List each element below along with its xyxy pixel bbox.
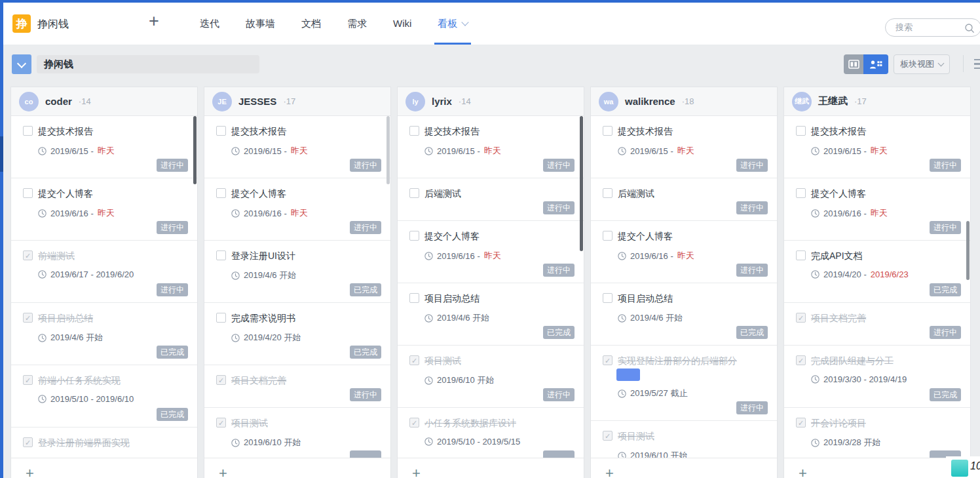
kanban-card[interactable]: 完成API文档2019/4/20 - 2019/6/23已完成 bbox=[784, 241, 970, 303]
card-checkbox[interactable] bbox=[409, 293, 419, 303]
collapse-board-button[interactable] bbox=[12, 54, 31, 74]
kanban-card[interactable]: 后端测试进行中 bbox=[591, 178, 777, 221]
column-owner-name: JESSES bbox=[238, 96, 276, 107]
card-checkbox[interactable]: ✓ bbox=[409, 418, 419, 428]
add-card-button[interactable]: + bbox=[605, 465, 614, 478]
add-card-button[interactable]: + bbox=[26, 465, 34, 478]
kanban-card[interactable]: ✓小任务系统数据库设计2019/5/10 - 2019/5/15 bbox=[398, 408, 584, 458]
kanban-card[interactable]: ✓开会讨论项目2019/3/28 开始 bbox=[784, 408, 970, 458]
card-checkbox[interactable] bbox=[409, 126, 419, 136]
kanban-card[interactable]: 提交技术报告2019/6/15 - 昨天进行中 bbox=[398, 116, 584, 178]
add-card-button[interactable]: + bbox=[412, 465, 421, 478]
due-date-text: 2019/4/6 开始 bbox=[244, 269, 296, 281]
card-title: 提交个人博客 bbox=[424, 230, 480, 242]
card-checkbox[interactable] bbox=[603, 188, 612, 198]
kanban-card[interactable]: ✓项目文档完善进行中 bbox=[204, 365, 390, 408]
view-mode-dropdown[interactable]: 板块视图 bbox=[894, 54, 950, 74]
card-checkbox[interactable] bbox=[796, 126, 806, 136]
kanban-card[interactable]: 提交个人博客2019/6/16 - 昨天进行中 bbox=[784, 178, 970, 241]
kanban-card[interactable]: 项目启动总结2019/4/6 开始已完成 bbox=[591, 283, 777, 346]
card-checkbox[interactable]: ✓ bbox=[796, 418, 806, 428]
annotation-overlay: 10 bbox=[946, 456, 980, 478]
nav-tab[interactable]: Wiki bbox=[393, 3, 411, 45]
kanban-card[interactable]: 后端测试进行中 bbox=[398, 178, 584, 221]
card-checkbox[interactable]: ✓ bbox=[603, 355, 612, 365]
nav-tab[interactable]: 故事墙 bbox=[246, 3, 275, 45]
column-scrollbar-thumb[interactable] bbox=[580, 116, 583, 251]
card-checkbox[interactable]: ✓ bbox=[216, 375, 226, 385]
card-checkbox[interactable] bbox=[603, 293, 612, 303]
card-checkbox[interactable]: ✓ bbox=[409, 355, 419, 365]
kanban-card[interactable]: 提交技术报告2019/6/15 - 昨天进行中 bbox=[204, 116, 390, 178]
search-input[interactable] bbox=[894, 22, 965, 33]
card-checkbox[interactable]: ✓ bbox=[23, 313, 33, 323]
column-scrollbar-thumb[interactable] bbox=[386, 116, 390, 184]
kanban-card[interactable]: ✓实现登陆注册部分的后端部分2019/5/27 截止进行中 bbox=[591, 346, 777, 421]
card-checkbox[interactable] bbox=[603, 231, 612, 241]
nav-tab[interactable]: 需求 bbox=[347, 3, 367, 45]
clock-icon bbox=[811, 209, 820, 218]
due-date: 2019/6/15 - 昨天 bbox=[231, 145, 308, 157]
card-checkbox[interactable] bbox=[796, 188, 806, 198]
card-view-button[interactable] bbox=[844, 54, 863, 74]
card-checkbox[interactable] bbox=[216, 313, 226, 323]
kanban-card[interactable]: 提交技术报告2019/6/15 - 昨天进行中 bbox=[591, 116, 777, 178]
menu-icon[interactable] bbox=[974, 59, 980, 71]
kanban-card[interactable]: 提交个人博客2019/6/16 - 昨天进行中 bbox=[11, 178, 197, 241]
card-checkbox[interactable]: ✓ bbox=[796, 313, 806, 323]
kanban-card[interactable]: 提交个人博客2019/6/16 - 昨天进行中 bbox=[398, 221, 584, 283]
add-card-button[interactable]: + bbox=[799, 465, 807, 478]
card-checkbox[interactable] bbox=[409, 231, 419, 241]
card-checkbox[interactable]: ✓ bbox=[796, 355, 806, 365]
kanban-column: lylyrix·14提交技术报告2019/6/15 - 昨天进行中后端测试进行中… bbox=[397, 87, 584, 478]
card-title-row: ✓前端小任务系统实现 bbox=[11, 365, 197, 386]
card-checkbox[interactable] bbox=[409, 188, 419, 198]
card-checkbox[interactable] bbox=[23, 126, 33, 136]
nav-tab[interactable]: 文档 bbox=[301, 3, 321, 45]
kanban-card[interactable]: ✓项目启动总结2019/4/6 开始已完成 bbox=[11, 303, 197, 365]
people-view-button[interactable] bbox=[863, 54, 888, 74]
card-checkbox[interactable] bbox=[216, 250, 226, 260]
kanban-card[interactable]: ✓完成团队组建与分工2019/3/30 - 2019/4/19已完成 bbox=[784, 346, 970, 408]
kanban-card[interactable]: 项目启动总结2019/4/6 开始已完成 bbox=[398, 283, 584, 346]
kanban-card[interactable]: 提交个人博客2019/6/16 - 昨天进行中 bbox=[591, 221, 777, 283]
card-checkbox[interactable]: ✓ bbox=[23, 437, 33, 447]
card-checkbox[interactable] bbox=[216, 126, 226, 136]
kanban-card[interactable]: 提交技术报告2019/6/15 - 昨天进行中 bbox=[11, 116, 197, 178]
card-checkbox[interactable] bbox=[796, 250, 806, 260]
due-date-text: 2019/4/6 开始 bbox=[437, 312, 489, 324]
kanban-card[interactable]: ✓登录注册前端界面实现 bbox=[11, 428, 197, 458]
kanban-card[interactable]: 提交技术报告2019/6/15 - 昨天进行中 bbox=[784, 116, 970, 178]
search-box[interactable] bbox=[885, 18, 980, 37]
column-scrollbar-thumb[interactable] bbox=[193, 116, 197, 184]
kanban-card[interactable]: 提交个人博客2019/6/16 - 昨天进行中 bbox=[204, 178, 390, 241]
nav-tab[interactable]: 迭代 bbox=[200, 3, 219, 45]
card-checkbox[interactable] bbox=[603, 126, 612, 136]
kanban-card[interactable]: ✓前端小任务系统实现2019/5/10 - 2019/6/10已完成 bbox=[11, 365, 197, 428]
kanban-card[interactable]: ✓前端测试2019/6/17 - 2019/6/20进行中 bbox=[11, 241, 197, 303]
search-icon[interactable] bbox=[964, 23, 975, 33]
add-card-button[interactable]: + bbox=[219, 465, 227, 478]
due-date: 2019/6/10 开始 bbox=[618, 450, 687, 458]
kanban-card[interactable]: ✓项目测试2019/6/10 开始 bbox=[204, 408, 390, 458]
column-owner-name: walikrence bbox=[625, 96, 675, 107]
scrollbar-thumb[interactable] bbox=[0, 136, 3, 172]
kanban-card[interactable]: ✓项目测试2019/6/10 开始进行中 bbox=[398, 346, 584, 408]
card-checkbox[interactable]: ✓ bbox=[603, 431, 612, 441]
card-checkbox[interactable]: ✓ bbox=[216, 418, 226, 428]
due-date-text: 2019/6/16 - bbox=[823, 209, 867, 218]
kanban-card[interactable]: ✓项目测试2019/6/10 开始 bbox=[591, 421, 777, 458]
due-date-text: 2019/4/20 - bbox=[823, 269, 867, 279]
kanban-card[interactable]: 完成需求说明书2019/4/20 开始已完成 bbox=[204, 303, 390, 365]
card-checkbox[interactable]: ✓ bbox=[23, 250, 33, 260]
add-button[interactable]: + bbox=[149, 11, 159, 31]
card-checkbox[interactable] bbox=[23, 188, 33, 198]
card-checkbox[interactable] bbox=[216, 188, 226, 198]
nav-tab[interactable]: 看板 bbox=[438, 3, 468, 45]
column-scrollbar-thumb[interactable] bbox=[966, 221, 970, 280]
kanban-card[interactable]: ✓项目文档完善进行中 bbox=[784, 303, 970, 346]
card-checkbox[interactable]: ✓ bbox=[23, 375, 33, 385]
kanban-card[interactable]: 登录注册UI设计2019/4/6 开始已完成 bbox=[204, 241, 390, 303]
page-scrollbar[interactable] bbox=[0, 3, 3, 478]
clock-icon bbox=[811, 270, 820, 279]
